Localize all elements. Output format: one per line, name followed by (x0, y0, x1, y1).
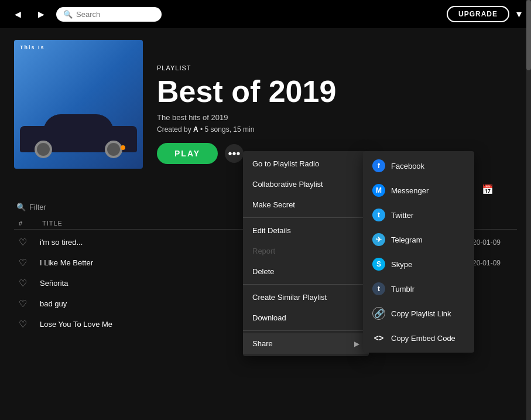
share-item-embed-code[interactable]: <> Copy Embed Code (363, 326, 474, 350)
menu-item-label: Make Secret (252, 200, 295, 209)
like-button[interactable]: ♡ (19, 237, 36, 248)
col-number: # (19, 220, 42, 227)
filter-search-icon: 🔍 (16, 203, 26, 211)
menu-item-label: Report (252, 247, 275, 255)
playlist-owner: A (193, 125, 198, 134)
share-icon-copy-link: 🔗 (372, 307, 385, 320)
share-item-twitter[interactable]: t Twitter (363, 203, 474, 227)
search-bar: 🔍 (56, 7, 162, 22)
share-item-tumblr[interactable]: t Tumblr (363, 276, 474, 301)
menu-item-label: Go to Playlist Radio (252, 159, 319, 168)
menu-item-label: Collaborative Playlist (252, 180, 323, 189)
playlist-cover: This Is Best of 2019 (14, 40, 143, 169)
share-icon-twitter: t (372, 209, 385, 221)
share-label-facebook: Facebook (391, 162, 424, 170)
share-label-tumblr: Tumblr (391, 285, 414, 293)
share-item-telegram[interactable]: ✈ Telegram (363, 227, 474, 252)
share-label-twitter: Twitter (391, 211, 413, 220)
like-button[interactable]: ♡ (19, 319, 36, 330)
forward-button[interactable]: ▶ (33, 6, 49, 22)
created-by-prefix: Created by (157, 125, 191, 134)
meta-dot: • (200, 125, 205, 134)
share-label-embed-code: Copy Embed Code (391, 334, 455, 343)
playlist-description: The best hits of 2019 (157, 113, 336, 122)
share-item-copy-link[interactable]: 🔗 Copy Playlist Link (363, 301, 474, 326)
scrollbar-thumb[interactable] (526, 0, 531, 70)
share-label-telegram: Telegram (391, 235, 422, 244)
like-button[interactable]: ♡ (19, 298, 36, 309)
share-icon-messenger: M (372, 184, 385, 197)
share-item-facebook[interactable]: f Facebook (363, 153, 474, 178)
menu-item-label: Edit Details (252, 226, 291, 235)
share-label-copy-link: Copy Playlist Link (391, 309, 451, 318)
menu-item-edit-details[interactable]: Edit Details (243, 220, 369, 241)
menu-item-label: Create Similar Playlist (252, 293, 327, 302)
search-input[interactable] (76, 10, 152, 19)
playlist-song-count: 5 songs, 15 min (205, 125, 255, 134)
share-item-skype[interactable]: S Skype (363, 252, 474, 276)
playlist-meta: Created by A • 5 songs, 15 min (157, 125, 336, 134)
calendar-icon: 📅 (482, 184, 494, 195)
share-label-skype: Skype (391, 260, 412, 269)
menu-item-collab-playlist[interactable]: Collaborative Playlist (243, 174, 369, 194)
playlist-header: This Is Best of 2019 PLAYLIST Best of 20… (14, 40, 517, 169)
menu-item-label: Delete (252, 267, 275, 276)
menu-item-label: Download (252, 313, 286, 322)
menu-item-share[interactable]: Share▶ (243, 333, 369, 354)
scrollbar[interactable] (526, 0, 531, 420)
menu-item-download[interactable]: Download (243, 308, 369, 328)
submenu-arrow: ▶ (354, 340, 359, 348)
filter-input-wrapper: 🔍 Filter (16, 203, 46, 211)
cover-label: This Is (20, 45, 45, 50)
playlist-info: PLAYLIST Best of 2019 The best hits of 2… (157, 40, 336, 169)
context-menu: Go to Playlist RadioCollaborative Playli… (243, 151, 369, 356)
menu-item-report: Report (243, 241, 369, 261)
topbar: ◀ ▶ 🔍 UPGRADE ▾ (0, 0, 531, 28)
share-label-messenger: Messenger (391, 186, 429, 195)
upgrade-button[interactable]: UPGRADE (447, 6, 509, 22)
share-item-messenger[interactable]: M Messenger (363, 178, 474, 203)
menu-item-playlist-radio[interactable]: Go to Playlist Radio (243, 153, 369, 174)
share-icon-telegram: ✈ (372, 233, 385, 246)
share-icon-tumblr: t (372, 282, 385, 295)
menu-item-create-similar[interactable]: Create Similar Playlist (243, 287, 369, 308)
menu-item-delete[interactable]: Delete (243, 261, 369, 282)
menu-item-label: Share (252, 339, 273, 348)
filter-placeholder[interactable]: Filter (29, 203, 46, 211)
share-icon-skype: S (372, 258, 385, 271)
menu-item-make-secret[interactable]: Make Secret (243, 194, 369, 215)
playlist-type-label: PLAYLIST (157, 64, 336, 71)
share-icon-facebook: f (372, 159, 385, 172)
playlist-title: Best of 2019 (157, 75, 336, 108)
share-submenu: f Facebook M Messenger t Twitter ✈ Teleg… (363, 151, 474, 353)
more-options-button[interactable]: ••• (225, 144, 244, 163)
car-illustration (20, 116, 137, 163)
back-button[interactable]: ◀ (9, 6, 26, 22)
chevron-down-button[interactable]: ▾ (516, 8, 522, 21)
share-icon-embed-code: <> (372, 332, 385, 344)
like-button[interactable]: ♡ (19, 257, 36, 268)
like-button[interactable]: ♡ (19, 278, 36, 289)
play-button[interactable]: PLAY (157, 143, 218, 164)
search-icon: 🔍 (63, 10, 73, 19)
